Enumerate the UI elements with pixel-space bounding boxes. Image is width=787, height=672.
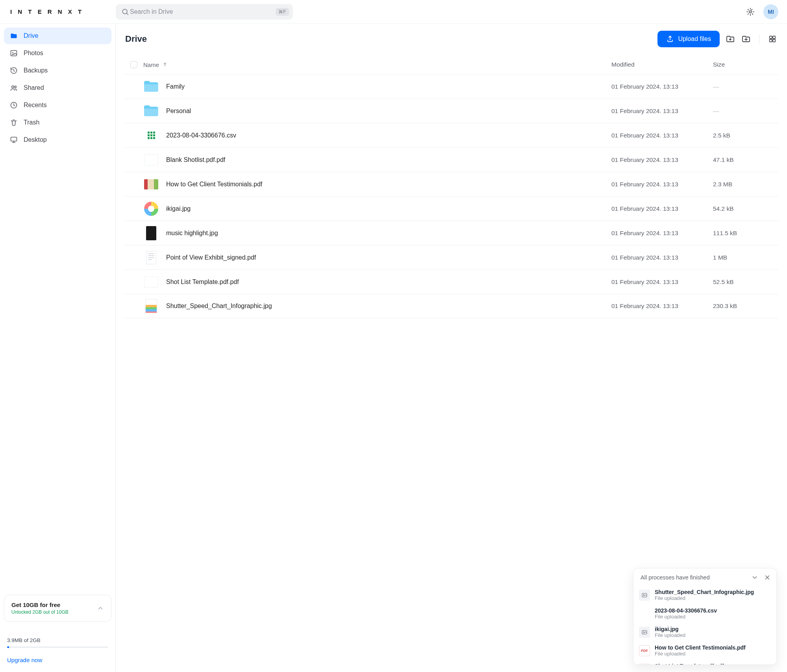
history-icon	[9, 67, 18, 74]
users-icon	[9, 84, 18, 92]
column-size-label[interactable]: Size	[713, 61, 725, 68]
upload-item-status: File uploaded	[655, 632, 685, 638]
image-icon	[639, 627, 650, 638]
storage-usage-text: 3.9MB of 2GB	[7, 637, 108, 643]
user-avatar[interactable]: MI	[763, 4, 778, 19]
select-all-checkbox[interactable]	[130, 61, 137, 68]
table-row[interactable]: ikigai.jpg 01 February 2024. 13:13 54.2 …	[124, 196, 778, 221]
table-row[interactable]: Family 01 February 2024. 13:13 —	[124, 74, 778, 98]
clock-icon	[9, 101, 18, 109]
toast-collapse-button[interactable]	[751, 574, 758, 581]
image-thumbnail	[145, 299, 157, 313]
sidebar-item-trash[interactable]: Trash	[4, 114, 111, 131]
promo-title: Get 10GB for free	[11, 601, 69, 608]
file-size: —	[713, 108, 776, 115]
column-sort-name[interactable]: Name	[143, 61, 168, 68]
promo-subtitle: Unlocked 2GB out of 10GB	[11, 609, 69, 615]
grid-view-button[interactable]	[767, 34, 778, 44]
table-row[interactable]: Blank Shotlist.pdf.pdf 01 February 2024.…	[124, 147, 778, 172]
file-modified: 01 February 2024. 13:13	[611, 83, 713, 90]
file-name: Blank Shotlist.pdf.pdf	[166, 156, 225, 163]
table-row[interactable]: Shot List Template.pdf.pdf 01 February 2…	[124, 269, 778, 294]
spreadsheet-icon	[639, 608, 650, 619]
image-thumbnail	[144, 202, 158, 216]
folder-icon	[143, 79, 159, 95]
upload-item[interactable]: Shutter_Speed_Chart_Infographic.jpgFile …	[636, 586, 772, 604]
toast-close-button[interactable]	[764, 574, 771, 581]
sidebar-item-label: Photos	[24, 50, 43, 57]
upload-item[interactable]: PDFShot List Template.pdf.pdfFile upload…	[636, 660, 772, 665]
file-name: ikigai.jpg	[166, 205, 191, 212]
spreadsheet-thumbnail	[148, 132, 155, 139]
file-size: 47.1 kB	[713, 156, 776, 163]
file-modified: 01 February 2024. 13:13	[611, 254, 713, 261]
file-name: Shot List Template.pdf.pdf	[166, 278, 239, 286]
upload-item[interactable]: 2023-08-04-3306676.csvFile uploaded	[636, 604, 772, 623]
trash-icon	[9, 119, 18, 126]
close-icon	[764, 574, 771, 581]
sidebar-item-backups[interactable]: Backups	[4, 62, 111, 79]
file-modified: 01 February 2024. 13:13	[611, 205, 713, 212]
upload-item[interactable]: ikigai.jpgFile uploaded	[636, 623, 772, 641]
file-size: 1 MB	[713, 254, 776, 261]
chevron-up-icon	[97, 605, 104, 612]
promo-card[interactable]: Get 10GB for free Unlocked 2GB out of 10…	[4, 595, 111, 622]
toast-title: All processes have finished	[641, 574, 710, 581]
photo-icon	[9, 49, 18, 57]
new-folder-button[interactable]	[741, 34, 751, 44]
table-row[interactable]: Point of View Exhibit_signed.pdf 01 Febr…	[124, 245, 778, 269]
column-modified-label[interactable]: Modified	[611, 61, 635, 68]
upload-item-name: Shutter_Speed_Chart_Infographic.jpg	[655, 589, 754, 595]
upload-files-button[interactable]: Upload files	[657, 31, 720, 47]
image-thumbnail	[144, 179, 158, 189]
sidebar-item-label: Backups	[24, 67, 48, 74]
settings-button[interactable]	[745, 7, 756, 17]
brand-logo: I N T E R N X T	[10, 8, 84, 15]
download-folder-button[interactable]	[725, 34, 735, 44]
storage-usage-bar	[7, 646, 108, 648]
table-row[interactable]: How to Get Client Testimonials.pdf 01 Fe…	[124, 172, 778, 196]
table-row[interactable]: Shutter_Speed_Chart_Infographic.jpg 01 F…	[124, 294, 778, 318]
image-thumbnail	[146, 226, 156, 240]
upload-item[interactable]: PDFHow to Get Client Testimonials.pdfFil…	[636, 641, 772, 660]
table-row[interactable]: Personal 01 February 2024. 13:13 —	[124, 98, 778, 123]
sidebar-item-shared[interactable]: Shared	[4, 80, 111, 96]
sidebar-item-label: Recents	[24, 102, 47, 109]
file-name: 2023-08-04-3306676.csv	[166, 132, 236, 139]
sidebar-item-drive[interactable]: Drive	[4, 28, 111, 44]
file-size: 230.3 kB	[713, 303, 776, 310]
file-size: 111.5 kB	[713, 230, 776, 237]
file-modified: 01 February 2024. 13:13	[611, 278, 713, 286]
upload-item-status: File uploaded	[655, 595, 754, 601]
search-input[interactable]	[129, 8, 276, 16]
page-title: Drive	[125, 34, 147, 44]
upload-files-label: Upload files	[678, 35, 711, 43]
arrow-up-icon	[162, 62, 168, 67]
upload-item-name: ikigai.jpg	[655, 626, 685, 632]
file-name: Personal	[166, 108, 191, 115]
sidebar-item-recents[interactable]: Recents	[4, 97, 111, 113]
upload-item-status: File uploaded	[655, 614, 717, 620]
search-box[interactable]: ⌘F	[116, 4, 293, 20]
file-name: Shutter_Speed_Chart_Infographic.jpg	[166, 303, 272, 310]
sidebar-item-label: Drive	[24, 32, 38, 39]
grid-icon	[768, 35, 777, 43]
chevron-down-icon	[751, 574, 758, 581]
column-name-label: Name	[143, 61, 159, 68]
file-name: music highlight.jpg	[166, 230, 218, 237]
search-icon	[121, 8, 129, 16]
file-thumbnail	[144, 277, 158, 288]
file-modified: 01 February 2024. 13:13	[611, 303, 713, 310]
desktop-icon	[9, 136, 18, 144]
file-size: —	[713, 83, 776, 90]
table-row[interactable]: 2023-08-04-3306676.csv 01 February 2024.…	[124, 123, 778, 147]
upgrade-link[interactable]: Upgrade now	[7, 657, 42, 663]
sidebar-item-desktop[interactable]: Desktop	[4, 132, 111, 148]
file-modified: 01 February 2024. 13:13	[611, 156, 713, 163]
upload-item-name: 2023-08-04-3306676.csv	[655, 607, 717, 614]
sidebar-item-photos[interactable]: Photos	[4, 45, 111, 61]
table-row[interactable]: music highlight.jpg 01 February 2024. 13…	[124, 221, 778, 245]
search-shortcut: ⌘F	[276, 8, 289, 16]
sidebar-item-label: Desktop	[24, 136, 47, 143]
upload-item-name: How to Get Client Testimonials.pdf	[655, 644, 746, 651]
